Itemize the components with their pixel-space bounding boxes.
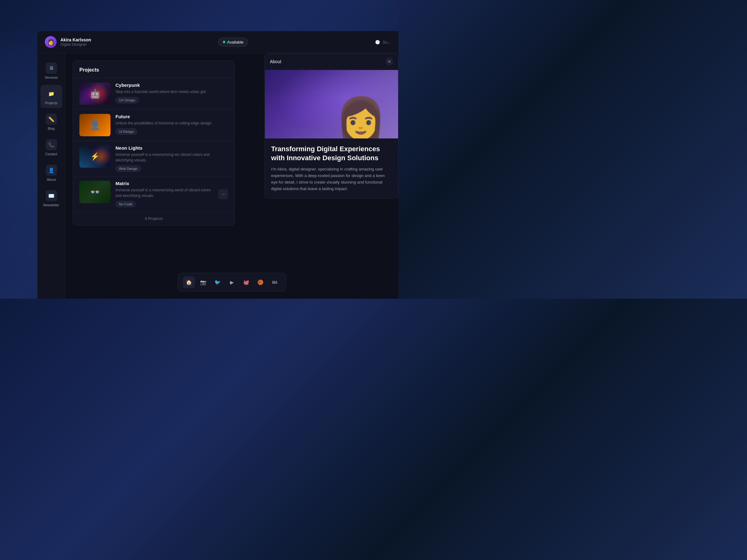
modal-close-button[interactable]: ✕ <box>386 58 393 65</box>
modal-title: About <box>270 59 281 64</box>
sidebar-item-contact[interactable]: 📞 Contact <box>41 136 62 159</box>
bottom-icon-github[interactable]: 🐙 <box>240 276 252 288</box>
status-dot <box>223 41 225 43</box>
sidebar-item-projects[interactable]: 📁 Projects <box>41 85 62 108</box>
project-thumb-future <box>79 114 110 136</box>
project-info-matrix: Matrix Immerse yourself in a mesmerizing… <box>115 181 213 207</box>
project-name-neon: Neon Lights <box>115 145 228 151</box>
github-icon: 🐙 <box>243 279 249 285</box>
user-role: Digital Designer <box>60 42 91 47</box>
project-info-neon: Neon Lights Immerse yourself in a mesmer… <box>115 145 228 172</box>
services-icon: 🖥 <box>46 62 57 74</box>
sidebar-item-services[interactable]: 🖥 Services <box>41 59 62 82</box>
hero-figure: 👩 <box>330 73 392 138</box>
newsletter-icon: ✉️ <box>46 190 57 201</box>
avatar: 👩 <box>45 36 57 48</box>
topbar: 👩 Akira Karlsson Digital Designer Availa… <box>37 31 398 53</box>
modal-body: Transforming Digital Experiences with In… <box>265 138 398 198</box>
clock-icon: 🕐 <box>375 40 380 45</box>
projects-title: Projects <box>73 61 234 78</box>
bottom-icon-youtube[interactable]: ▶ <box>226 276 238 288</box>
bottom-icon-behance[interactable]: Bē <box>269 276 281 288</box>
project-tag-cyberpunk: UX Design <box>115 97 139 103</box>
bottom-icon-home[interactable]: 🏠 <box>183 276 195 288</box>
modal-header: About ✕ <box>265 54 398 70</box>
table-row[interactable]: Future Unlock the possibilities of tomor… <box>73 109 234 141</box>
bottom-icon-twitter[interactable]: 🐦 <box>212 276 224 288</box>
status-label: Available <box>227 40 244 45</box>
bottom-icon-instagram[interactable]: 📷 <box>197 276 209 288</box>
sidebar: 🖥 Services 📁 Projects ✏️ Blog 📞 Contact … <box>37 53 66 299</box>
behance-icon: Bē <box>272 280 278 285</box>
user-name: Akira Karlsson <box>60 37 91 42</box>
status-badge[interactable]: Available <box>218 38 248 47</box>
project-desc-cyberpunk: Step into a futuristic world where tech … <box>115 89 228 95</box>
project-thumb-matrix <box>79 181 110 203</box>
project-desc-future: Unlock the possibilities of tomorrow w c… <box>115 121 228 126</box>
modal-hero-image: 👩 <box>265 70 398 138</box>
about-icon: 👤 <box>46 165 57 176</box>
sidebar-item-about[interactable]: 👤 About <box>41 161 62 185</box>
blog-icon: ✏️ <box>46 113 57 125</box>
sidebar-label-newsletter: Newsletter <box>43 203 59 207</box>
sidebar-item-blog[interactable]: ✏️ Blog <box>41 110 62 133</box>
project-info-cyberpunk: Cyberpunk Step into a futuristic world w… <box>115 82 228 103</box>
sidebar-label-contact: Contact <box>46 152 57 156</box>
user-info: Akira Karlsson Digital Designer <box>60 37 91 47</box>
sidebar-label-projects: Projects <box>45 101 58 105</box>
sidebar-label-about: About <box>47 178 56 181</box>
projects-panel: Projects Cyberpunk Step into a futuristi… <box>73 61 235 225</box>
contact-icon: 📞 <box>46 139 57 150</box>
about-modal: About ✕ 👩 Transforming Digital Experienc… <box>264 53 398 198</box>
project-arrow-matrix[interactable]: → <box>218 189 228 199</box>
topbar-right-label: Su... <box>383 40 391 45</box>
main-window: 👩 Akira Karlsson Digital Designer Availa… <box>37 31 398 299</box>
project-name-future: Future <box>115 114 228 119</box>
table-row[interactable]: Matrix Immerse yourself in a mesmerizing… <box>73 176 234 212</box>
sidebar-item-newsletter[interactable]: ✉️ Newsletter <box>41 187 62 210</box>
project-tag-matrix: No Code <box>115 201 136 207</box>
main-content: Projects Cyberpunk Step into a futuristi… <box>66 53 398 299</box>
twitter-icon: 🐦 <box>214 279 221 285</box>
bottom-bar: 🏠 📷 🐦 ▶ 🐙 🏀 Bē <box>178 273 286 292</box>
projects-footer: 4 Projects <box>73 212 234 225</box>
project-tag-neon: Web Design <box>115 165 141 172</box>
project-name-matrix: Matrix <box>115 181 213 186</box>
table-row[interactable]: Cyberpunk Step into a futuristic world w… <box>73 78 234 109</box>
sidebar-label-services: Services <box>45 76 58 79</box>
projects-icon: 📁 <box>46 88 57 99</box>
content-area: 🖥 Services 📁 Projects ✏️ Blog 📞 Contact … <box>37 53 398 299</box>
topbar-right: 🕐 Su... <box>375 40 391 45</box>
dribbble-icon: 🏀 <box>257 279 264 285</box>
topbar-left: 👩 Akira Karlsson Digital Designer <box>45 36 91 48</box>
youtube-icon: ▶ <box>230 279 234 285</box>
modal-body-text: I'm Akira, digital designer, specializin… <box>271 166 392 192</box>
project-name-cyberpunk: Cyberpunk <box>115 82 228 88</box>
project-thumb-cyberpunk <box>79 82 110 105</box>
table-row[interactable]: Neon Lights Immerse yourself in a mesmer… <box>73 141 234 176</box>
sidebar-label-blog: Blog <box>48 127 54 130</box>
project-thumb-neon <box>79 145 110 168</box>
project-desc-matrix: Immerse yourself in a mesmerizing world … <box>115 187 213 198</box>
modal-heading: Transforming Digital Experiences with In… <box>271 145 392 162</box>
project-tag-future: UI Design <box>115 129 137 135</box>
project-desc-neon: Immerse yourself in a mesmerizing wo vib… <box>115 152 228 163</box>
project-info-future: Future Unlock the possibilities of tomor… <box>115 114 228 135</box>
home-icon: 🏠 <box>186 279 192 285</box>
bottom-icon-dribbble[interactable]: 🏀 <box>255 276 266 288</box>
instagram-icon: 📷 <box>200 279 206 285</box>
